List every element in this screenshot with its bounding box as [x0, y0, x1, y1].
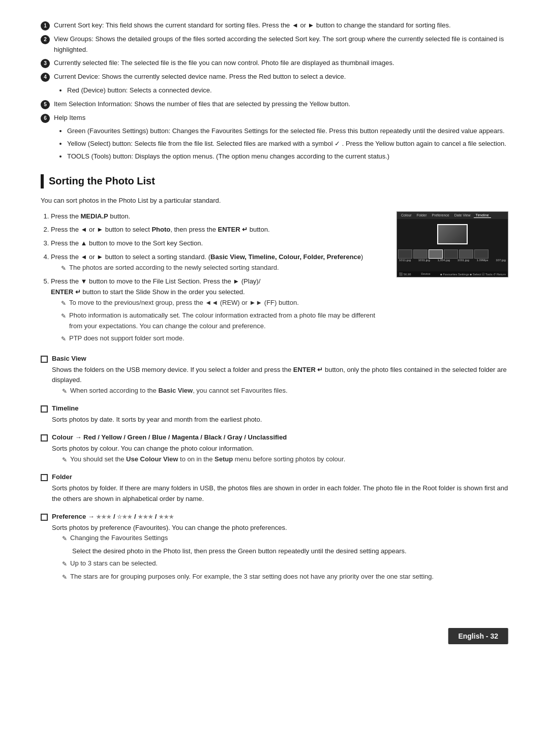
circled-items-section: 1 Current Sort key: This field shows the…: [41, 20, 508, 162]
preference-note-3-text: The stars are for grouping purposes only…: [70, 572, 434, 582]
circled-item-1: 1 Current Sort key: This field shows the…: [41, 20, 508, 31]
circle-num-2: 2: [41, 35, 50, 44]
folder-body: Sorts photos by folder. If there are man…: [52, 483, 508, 505]
label-1: 1011.jpg: [399, 259, 411, 262]
folder-checkbox: [41, 474, 48, 481]
tab-dateview: Date View: [452, 213, 473, 218]
photo-thumbnails: [398, 249, 507, 259]
step-1: Press the MEDIA.P button.: [51, 211, 386, 222]
circle-num-1: 1: [41, 21, 50, 30]
thumb-6: [474, 249, 489, 259]
circled-item-4-text: Current Device: Shows the currently sele…: [54, 72, 346, 82]
photo-ui-content: 1011.jpg 1031.jpg 1,054.jpg 1031.jpg 1.0…: [397, 219, 508, 271]
circled-item-6-text: Help Items: [54, 113, 85, 123]
basic-view-header: Basic View: [41, 355, 508, 363]
steps-with-image: Press the MEDIA.P button. Press the ◄ or…: [41, 211, 508, 350]
folder-title: Folder: [52, 473, 72, 481]
note-icon-4: ✎: [61, 334, 66, 344]
step-4: Press the ◄ or ► button to select a sort…: [51, 252, 386, 273]
basic-view-checkbox: [41, 356, 48, 363]
circled-item-4: 4 Current Device: Shows the currently se…: [41, 72, 508, 82]
timeline-checkbox: [41, 405, 48, 413]
preference-title: Preference → ★★★ / ☆★★ / ★★★ / ★★★: [52, 513, 174, 520]
steps-list: Press the MEDIA.P button. Press the ◄ or…: [51, 211, 386, 344]
thumb-2: [413, 249, 428, 259]
note-icon-1: ✎: [61, 264, 66, 273]
circle-num-4: 4: [41, 73, 50, 82]
circled-item-5: 5 Item Selection Information: Shows the …: [41, 99, 508, 110]
help-bullet-3: TOOLS (Tools) button: Displays the optio…: [67, 151, 508, 162]
tab-colour: Colour: [399, 213, 414, 218]
help-bullet-1: Green (Favourites Settings) button: Chan…: [67, 126, 508, 137]
preference-note-3: ✎ The stars are for grouping purposes on…: [62, 572, 508, 582]
timeline-header: Timeline: [41, 404, 508, 413]
photo-ui-mockup: Colour Folder Preference Date View Timel…: [396, 211, 508, 277]
label-4: 1031.jpg: [458, 259, 469, 262]
preference-section: Preference → ★★★ / ☆★★ / ★★★ / ★★★ Sorts…: [41, 513, 508, 582]
timeline-body: Sorts photos by date. It sorts by year a…: [52, 415, 508, 425]
step5-note-2-text: Photo information is automatically set. …: [69, 310, 386, 332]
timeline-section: Timeline Sorts photos by date. It sorts …: [41, 404, 508, 425]
tab-timeline: Timeline: [474, 213, 491, 218]
preference-note-1: ✎ Changing the Favourites Settings: [62, 533, 508, 544]
step4-note: ✎ The photos are sorted according to the…: [61, 263, 386, 273]
bottom-device: Device: [421, 272, 430, 276]
circled-item-3-text: Currently selected file: The selected fi…: [54, 58, 394, 69]
preference-body: Sorts photos by preference (Favourites).…: [52, 523, 508, 582]
thumb-3: [429, 249, 443, 259]
folder-header: Folder: [41, 473, 508, 481]
label-5: 1.09Mpx: [477, 259, 489, 262]
note-icon-3: ✎: [61, 311, 66, 321]
basic-view-note: ✎ When sorted according to the Basic Vie…: [62, 386, 508, 396]
photo-ui-bottom: ⬛ 56,98 Device ■ Favourites Settings ■ S…: [397, 271, 508, 277]
folder-text: Sorts photos by folder. If there are man…: [52, 483, 508, 505]
help-bullets: Green (Favourites Settings) button: Chan…: [52, 126, 508, 162]
footer-label: English - 32: [448, 628, 508, 644]
circle-num-5: 5: [41, 100, 50, 109]
section-header-bar: [41, 174, 44, 188]
step5-note-1: ✎ To move to the previous/next group, pr…: [61, 298, 386, 308]
preference-note-1-icon: ✎: [62, 534, 67, 544]
circled-item-2-text: View Groups: Shows the detailed groups o…: [54, 34, 508, 55]
colour-text: Sorts photos by colour. You can change t…: [52, 444, 508, 454]
note-icon-2: ✎: [61, 299, 66, 308]
preference-note-1-text: Changing the Favourites Settings: [70, 533, 168, 544]
circled-item-5-text: Item Selection Information: Shows the nu…: [54, 99, 350, 110]
timeline-title: Timeline: [52, 404, 79, 412]
step5-note-1-text: To move to the previous/next group, pres…: [69, 298, 299, 308]
colour-checkbox: [41, 434, 48, 442]
circled-item-6: 6 Help Items: [41, 113, 508, 123]
colour-section: Colour → Red / Yellow / Green / Blue / M…: [41, 433, 508, 465]
section-header: Sorting the Photo List: [41, 174, 508, 188]
basic-view-body: Shows the folders on the USB memory devi…: [52, 365, 508, 397]
thumb-1: [398, 249, 412, 259]
preference-header: Preference → ★★★ / ☆★★ / ★★★ / ★★★: [41, 513, 508, 521]
step5-note-3-text: PTP does not support folder sort mode.: [69, 333, 185, 344]
colour-title: Colour → Red / Yellow / Green / Blue / M…: [52, 433, 287, 441]
thumb-4: [444, 249, 458, 259]
bottom-controls: ■ Favourites Settings ■ Select ☑ Tools ↺…: [440, 272, 506, 276]
steps-left: Press the MEDIA.P button. Press the ◄ or…: [41, 211, 386, 350]
help-bullet-2: Yellow (Select) button: Selects file fro…: [67, 139, 508, 149]
circle-num-6: 6: [41, 114, 50, 123]
thumb-5: [459, 249, 473, 259]
red-device-bullet: Red (Device) button: Selects a connected…: [67, 85, 508, 96]
preference-note-2-text: Up to 3 stars can be selected.: [70, 558, 158, 569]
step5-note-3: ✎ PTP does not support folder sort mode.: [61, 333, 386, 344]
step4-note-text: The photos are sorted according to the n…: [69, 263, 279, 273]
preference-text: Sorts photos by preference (Favourites).…: [52, 523, 508, 533]
preference-note-2-icon: ✎: [62, 559, 67, 569]
circle-num-3: 3: [41, 59, 50, 68]
step-5: Press the ▼ button to move to the File L…: [51, 276, 386, 344]
basic-view-note-text: When sorted according to the Basic View,…: [70, 386, 288, 396]
photo-ui-mockup-container: Colour Folder Preference Date View Timel…: [396, 211, 508, 350]
circled-item-2: 2 View Groups: Shows the detailed groups…: [41, 34, 508, 55]
label-2: 1031.jpg: [418, 259, 430, 262]
colour-note: ✎ You should set the Use Colour View to …: [62, 454, 508, 465]
colour-note-text: You should set the Use Colour View to on…: [70, 454, 345, 465]
step5-note-2: ✎ Photo information is automatically set…: [61, 310, 386, 332]
step-3: Press the ▲ button to move to the Sort k…: [51, 238, 386, 249]
basic-view-section: Basic View Shows the folders on the USB …: [41, 355, 508, 397]
tab-folder: Folder: [415, 213, 429, 218]
bottom-left: ⬛ 56,98: [399, 272, 411, 276]
